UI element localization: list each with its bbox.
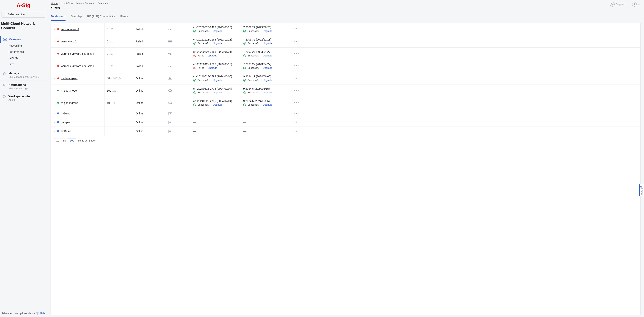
- support-button[interactable]: Support ⌄: [610, 2, 629, 6]
- info-icon[interactable]: i: [36, 312, 39, 315]
- sidebar-item-sites[interactable]: Sites: [0, 61, 47, 67]
- service-selector[interactable]: Select service ⌄: [2, 11, 45, 18]
- topbar: Home › Multi-Cloud Network Connect › Ove…: [47, 0, 644, 12]
- divider: [261, 30, 261, 32]
- manage-title: Manage: [8, 72, 39, 75]
- sw-upgrade-link[interactable]: Upgrade: [213, 91, 222, 94]
- re-icon: RE: [168, 130, 172, 133]
- os-version: 7.2009.32 (2022/12/13): [243, 38, 288, 41]
- os-status: Successful: [248, 54, 260, 57]
- dash: —: [243, 121, 246, 124]
- expand-toggle[interactable]: ›: [53, 121, 55, 124]
- svg-point-20: [194, 56, 195, 56]
- os-status: Successful: [248, 91, 260, 94]
- sw-upgrade-link[interactable]: Upgrade: [208, 66, 217, 69]
- help-tab[interactable]: ? Help: [639, 184, 644, 196]
- row-actions[interactable]: •••: [291, 50, 302, 58]
- check-circle-icon: [193, 42, 196, 45]
- os-status: Successful: [248, 42, 260, 45]
- row-actions[interactable]: •••: [291, 62, 302, 70]
- row-actions[interactable]: •••: [291, 37, 302, 45]
- os-upgrade-link[interactable]: Upgrade: [263, 42, 272, 45]
- os-upgrade-link[interactable]: Upgrade: [263, 79, 272, 82]
- row-actions[interactable]: •••: [291, 127, 302, 135]
- os-upgrade-link[interactable]: Upgrade: [263, 103, 272, 106]
- row-actions[interactable]: •••: [291, 25, 302, 33]
- crumb-home[interactable]: Home: [51, 2, 58, 5]
- user-menu[interactable]: ⌄: [632, 2, 640, 6]
- row-actions[interactable]: •••: [291, 118, 302, 126]
- sidebar-item-performance[interactable]: Performance: [0, 49, 47, 55]
- site-name-link[interactable]: m-gcp-3node: [61, 89, 77, 92]
- divider: [261, 104, 261, 106]
- dash: —: [243, 130, 246, 133]
- sidebar-item-networking[interactable]: Networking: [0, 43, 47, 49]
- row-actions[interactable]: •••: [291, 109, 302, 117]
- site-name-link[interactable]: wsronek-vmware-ce2-small: [61, 64, 94, 68]
- tab-repop[interactable]: RE (PoP) Connectivity: [87, 12, 115, 21]
- sw-upgrade-link[interactable]: Upgrade: [213, 79, 222, 82]
- os-version: 7.2009.27 (2023/06/23): [243, 26, 288, 29]
- sidebar-item-manage[interactable]: Manage Site Management, Conne...: [0, 69, 47, 79]
- health-score: 0/100: [107, 52, 113, 55]
- sw-version: crt-20240528-2795 (2024/07/04): [193, 99, 238, 102]
- crumb-l2[interactable]: Overview: [98, 2, 108, 5]
- sidebar-item-workspace[interactable]: Workspace Info About: [0, 92, 47, 102]
- expand-toggle[interactable]: ›: [53, 112, 55, 115]
- table-row: ›wsronek-vmware-ce2-small0/100Failedvmcr…: [51, 60, 640, 72]
- expand-toggle[interactable]: ›: [53, 77, 55, 80]
- kvm-icon: [168, 40, 189, 43]
- pager: 10 50 100 items per page: [51, 136, 640, 146]
- site-name-link[interactable]: m-gcp-ingress: [61, 101, 78, 104]
- os-upgrade-link[interactable]: Upgrade: [263, 29, 272, 32]
- tab-dashboard[interactable]: Dashboard: [51, 12, 66, 21]
- row-actions[interactable]: •••: [291, 74, 302, 82]
- sw-upgrade-link[interactable]: Upgrade: [213, 103, 222, 106]
- sw-upgrade-link[interactable]: Upgrade: [213, 42, 222, 45]
- row-actions[interactable]: •••: [291, 87, 302, 94]
- hide-link[interactable]: Hide: [40, 312, 45, 315]
- site-name-link[interactable]: wsronek-pz01: [61, 40, 78, 43]
- expand-toggle[interactable]: ›: [53, 52, 55, 55]
- site-name-link[interactable]: ms-fnz-drp-az: [61, 77, 78, 80]
- expand-toggle[interactable]: ›: [53, 101, 55, 104]
- info-icon[interactable]: i: [118, 77, 121, 80]
- svg-rect-0: [4, 38, 5, 39]
- page-size-100[interactable]: 100: [68, 138, 76, 143]
- tab-sitemap[interactable]: Site Map: [71, 12, 82, 21]
- check-circle-icon: [243, 91, 246, 94]
- section-title: Multi-Cloud Network Connect: [0, 19, 47, 33]
- expand-toggle[interactable]: ›: [53, 40, 55, 43]
- sidebar-item-security[interactable]: Security: [0, 55, 47, 61]
- sw-upgrade-link[interactable]: Upgrade: [213, 29, 222, 32]
- expand-toggle[interactable]: ›: [53, 130, 55, 133]
- site-name-link: sv10-sjc: [61, 130, 71, 133]
- os-status: Successful: [248, 29, 260, 32]
- page-size-50[interactable]: 50: [61, 138, 68, 143]
- check-circle-icon: [243, 79, 246, 82]
- os-upgrade-link[interactable]: Upgrade: [263, 54, 272, 57]
- page-size-10[interactable]: 10: [54, 138, 61, 143]
- status-dot: [57, 65, 59, 67]
- os-upgrade-link[interactable]: Upgrade: [263, 66, 272, 69]
- dash: —: [193, 130, 196, 133]
- expand-toggle[interactable]: ›: [53, 28, 55, 31]
- site-state: Failed: [133, 63, 166, 69]
- sidebar-item-overview[interactable]: Overview: [0, 36, 47, 43]
- sw-upgrade-link[interactable]: Upgrade: [208, 54, 217, 57]
- expand-toggle[interactable]: ›: [53, 64, 55, 68]
- row-actions[interactable]: •••: [291, 99, 302, 107]
- site-name-link[interactable]: vmw-adn-site-1: [61, 28, 79, 31]
- os-version: 7.2009.27 (2023/04/27): [243, 63, 288, 66]
- crumb-l1[interactable]: Multi-Cloud Network Connect: [62, 2, 94, 5]
- vmware-icon: vm: [168, 28, 171, 31]
- tab-fleets[interactable]: Fleets: [120, 12, 128, 21]
- svg-point-9: [634, 3, 635, 4]
- site-name-link[interactable]: wsronek-vmware-ce1-small: [61, 52, 94, 55]
- site-state: Failed: [133, 38, 166, 45]
- sw-status: Successful: [198, 79, 210, 82]
- expand-toggle[interactable]: ›: [53, 89, 55, 92]
- os-upgrade-link[interactable]: Upgrade: [263, 91, 272, 94]
- divider: [206, 67, 206, 69]
- sidebar-item-notifications[interactable]: Notifications Alerts, Audit Logs: [0, 80, 47, 90]
